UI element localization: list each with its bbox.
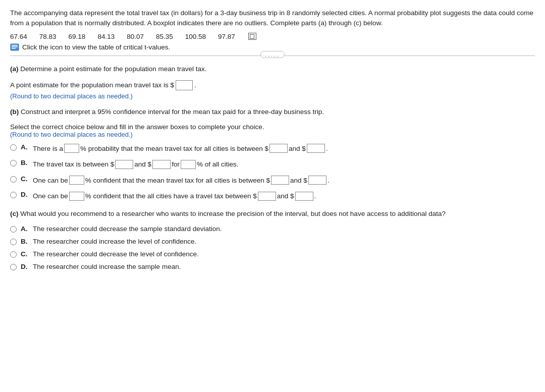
part-c-question: (c) What would you recommend to a resear…: [10, 210, 535, 217]
part-a-round-note: (Round to two decimal places as needed.): [10, 92, 535, 100]
part-c-radio-b[interactable]: [10, 239, 17, 245]
part-b-radio-a[interactable]: [10, 144, 17, 151]
svg-rect-3: [12, 48, 16, 49]
data-value-8: 97.87: [218, 33, 235, 40]
part-b-option-b-text: The travel tax is between $ and $ for % …: [33, 159, 238, 170]
part-c-option-b: B. The researcher could increase the lev…: [10, 238, 535, 245]
part-b-option-c: C. One can be % confident that the mean …: [10, 175, 535, 186]
part-c-letter-a: A.: [21, 225, 29, 233]
click-icon-row: Click the icon to view the table of crit…: [10, 43, 535, 51]
part-b-d-input-3[interactable]: [295, 192, 313, 201]
point-estimate-line: A point estimate for the population mean…: [10, 80, 535, 90]
data-value-3: 69.18: [69, 33, 86, 40]
part-b-letter-a: A.: [21, 143, 29, 151]
part-b-option-b: B. The travel tax is between $ and $ for…: [10, 159, 535, 170]
part-b-c-input-3[interactable]: [308, 176, 326, 185]
part-b-c-input-2[interactable]: [271, 176, 289, 185]
part-c-label: (c): [10, 210, 19, 217]
svg-rect-1: [12, 45, 18, 46]
svg-rect-2: [12, 46, 18, 47]
data-value-5: 80.07: [127, 33, 144, 40]
data-value-4: 84.13: [97, 33, 115, 40]
part-b-letter-d: D.: [21, 191, 29, 198]
part-b-a-input-3[interactable]: [307, 144, 325, 153]
part-b-label: (b): [10, 108, 19, 116]
part-c-section: (c) What would you recommend to a resear…: [10, 210, 535, 270]
part-c-letter-c: C.: [21, 250, 29, 258]
dots-box: .....: [260, 51, 285, 58]
part-c-radio-d[interactable]: [10, 264, 17, 270]
part-a-question: (a) Determine a point estimate for the p…: [10, 65, 535, 73]
part-c-radio-c[interactable]: [10, 251, 17, 258]
part-b-option-a: A. There is a % probability that the mea…: [10, 143, 535, 154]
part-b-a-input-1[interactable]: [64, 144, 79, 153]
click-icon-text: Click the icon to view the table of crit…: [22, 43, 170, 51]
part-a-label: (a): [10, 65, 19, 73]
part-b-d-input-1[interactable]: [69, 192, 84, 201]
part-c-option-c-text: The researcher could decrease the level …: [33, 250, 199, 258]
data-value-7: 100.58: [185, 33, 206, 40]
part-b-a-input-2[interactable]: [269, 144, 288, 153]
part-b-letter-c: C.: [21, 175, 29, 183]
part-c-letter-d: D.: [21, 263, 29, 270]
part-b-option-d: D. One can be % confident that the all c…: [10, 191, 535, 202]
part-b-instruction: Select the correct choice below and fill…: [10, 123, 535, 131]
part-b-d-input-2[interactable]: [258, 192, 276, 201]
part-c-option-c: C. The researcher could decrease the lev…: [10, 250, 535, 258]
part-b-option-a-text: There is a % probability that the mean t…: [33, 143, 328, 154]
part-c-letter-b: B.: [21, 238, 29, 245]
part-b-c-input-1[interactable]: [69, 176, 84, 185]
part-c-option-a: A. The researcher could decrease the sam…: [10, 225, 535, 233]
part-a-section: (a) Determine a point estimate for the p…: [10, 65, 535, 100]
point-estimate-text-1: A point estimate for the population mean…: [10, 81, 174, 89]
part-c-option-d: D. The researcher could increase the sam…: [10, 263, 535, 270]
intro-text: The accompanying data represent the tota…: [10, 8, 535, 29]
part-b-option-d-text: One can be % confident that the all citi…: [33, 191, 316, 202]
part-c-radio-a[interactable]: [10, 226, 17, 233]
part-b-radio-c[interactable]: [10, 176, 17, 183]
part-b-b-input-1[interactable]: [115, 160, 133, 169]
part-b-b-input-3[interactable]: [181, 160, 196, 169]
part-b-letter-b: B.: [21, 159, 29, 166]
part-b-radio-b[interactable]: [10, 160, 17, 166]
point-estimate-text-2: .: [194, 81, 196, 89]
data-values-row: 67.64 78.83 69.18 84.13 80.07 85.35 100.…: [10, 33, 535, 40]
part-c-option-a-text: The researcher could decrease the sample…: [33, 225, 222, 233]
book-icon[interactable]: [10, 43, 19, 51]
part-c-option-b-text: The researcher could increase the level …: [33, 238, 196, 245]
part-b-radio-d[interactable]: [10, 192, 17, 198]
data-value-1: 67.64: [10, 33, 27, 40]
part-b-b-input-2[interactable]: [152, 160, 171, 169]
part-c-option-d-text: The researcher could increase the sample…: [33, 263, 181, 270]
part-b-section: (b) Construct and interpret a 95% confid…: [10, 108, 535, 202]
part-b-round-note: (Round to two decimal places as needed.): [10, 131, 535, 138]
data-value-2: 78.83: [39, 33, 57, 40]
part-b-question: (b) Construct and interpret a 95% confid…: [10, 108, 535, 116]
point-estimate-input[interactable]: [176, 80, 193, 90]
copy-icon[interactable]: [248, 33, 256, 40]
part-b-option-c-text: One can be % confident that the mean tra…: [33, 175, 330, 186]
data-value-6: 85.35: [156, 33, 173, 40]
